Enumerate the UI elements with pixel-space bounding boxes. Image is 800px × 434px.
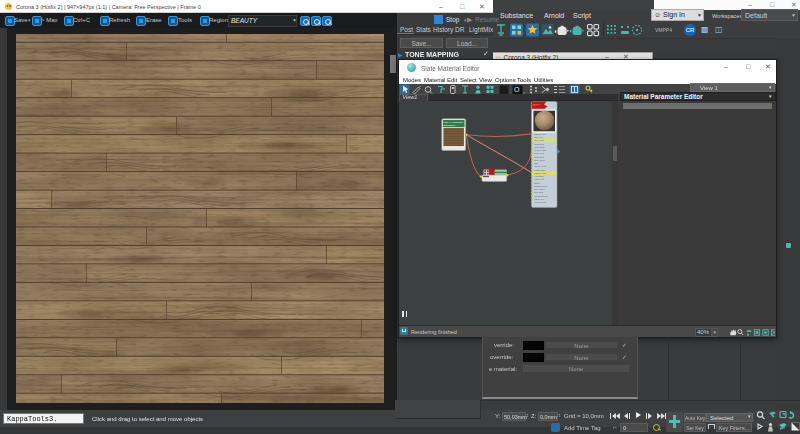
- svg-text:Refl. gloss.: Refl. gloss.: [534, 146, 545, 148]
- svg-text:O: O: [514, 86, 520, 93]
- svg-text:Refl. aniso.: Refl. aniso.: [534, 188, 545, 190]
- svg-text:Fresnel IOR: Fresnel IOR: [534, 149, 546, 151]
- svg-text:Opacity map: Opacity map: [534, 172, 547, 174]
- svg-text:Volume scat.: Volume scat.: [534, 201, 547, 203]
- svg-text:Refr. color: Refr. color: [534, 152, 544, 154]
- svg-text:Refl. color: Refl. color: [534, 139, 544, 141]
- svg-text:Clearcoat amt: Clearcoat amt: [534, 195, 548, 197]
- svg-text:Refr. gloss.: Refr. gloss.: [534, 159, 545, 161]
- svg-text:Diff. level: Diff. level: [534, 136, 543, 138]
- svg-text:Diffuse color: Diffuse color: [534, 133, 546, 135]
- svg-text:Bump: Bump: [534, 182, 540, 184]
- svg-text:IOR: IOR: [534, 162, 538, 164]
- svg-text:Anisotropy: Anisotropy: [534, 175, 545, 177]
- svg-text:BitmapTex): BitmapTex): [444, 124, 456, 127]
- svg-text:Refraction: Refraction: [534, 156, 545, 158]
- svg-text:Sheen clr: Sheen clr: [534, 198, 544, 200]
- svg-text:Self-illum.: Self-illum.: [534, 191, 544, 193]
- svg-text:Transl. color: Transl. color: [534, 165, 546, 167]
- svg-text:Reflection: Reflection: [534, 143, 545, 145]
- svg-text:Transl. frac.: Transl. frac.: [534, 169, 546, 171]
- svg-text:Aniso. rot.: Aniso. rot.: [534, 178, 544, 180]
- svg-text:Displacement: Displacement: [534, 185, 548, 187]
